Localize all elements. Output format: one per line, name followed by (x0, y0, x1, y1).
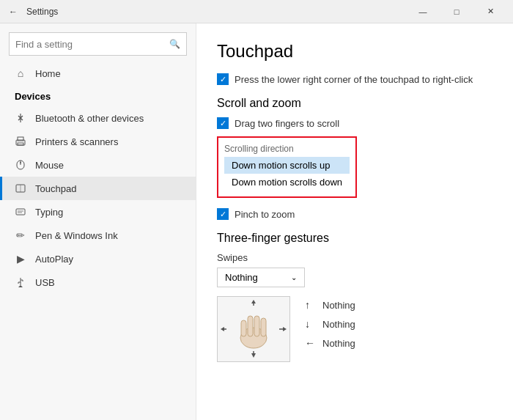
scroll-option-down[interactable]: Down motion scrolls down (224, 174, 350, 191)
sidebar-item-usb[interactable]: USB (0, 270, 196, 294)
svg-marker-22 (221, 327, 224, 331)
right-click-label: Press the lower right corner of the touc… (235, 74, 473, 85)
gesture-labels: ↑ Nothing ↓ Nothing ← Nothing (305, 296, 355, 349)
sidebar-label-touchpad: Touchpad (35, 183, 76, 194)
gesture-label-left: Nothing (322, 338, 355, 349)
touchpad-icon (15, 183, 26, 194)
sidebar-label-pen: Pen & Windows Ink (35, 230, 118, 241)
sidebar-label-home: Home (35, 68, 61, 79)
sidebar-item-printers[interactable]: Printers & scanners (0, 130, 196, 153)
window-controls: — □ ✕ (406, 0, 507, 23)
swipes-dropdown[interactable]: Nothing ⌄ (217, 268, 305, 287)
typing-icon (15, 206, 26, 218)
sidebar-label-autoplay: AutoPlay (35, 254, 73, 265)
main-content: Touchpad Press the lower right corner of… (196, 23, 513, 420)
arrow-up-icon: ↑ (305, 299, 317, 311)
sidebar-label-mouse: Mouse (35, 160, 64, 171)
svg-rect-28 (254, 316, 259, 336)
pinch-to-zoom-label: Pinch to zoom (235, 209, 295, 220)
usb-icon (15, 276, 26, 288)
search-icon: 🔍 (169, 39, 180, 49)
gesture-label-down: Nothing (322, 319, 355, 330)
title-bar: ← Settings — □ ✕ (0, 0, 513, 23)
swipes-value: Nothing (225, 272, 258, 283)
title-bar-title: Settings (26, 7, 58, 17)
scrolling-direction-label: Scrolling direction (224, 144, 350, 154)
svg-rect-29 (261, 318, 266, 336)
scroll-zoom-title: Scroll and zoom (217, 97, 492, 110)
svg-marker-18 (251, 300, 256, 303)
sidebar-label-usb: USB (35, 277, 55, 288)
svg-marker-20 (251, 353, 256, 358)
three-finger-title: Three-finger gestures (217, 232, 492, 245)
scroll-option-up[interactable]: Down motion scrolls up (224, 157, 350, 174)
search-box[interactable]: 🔍 (9, 32, 187, 56)
sidebar: 🔍 ⌂ Home Devices Bluetooth & other devic… (0, 23, 196, 420)
gesture-area: ↑ Nothing ↓ Nothing ← Nothing (217, 296, 492, 362)
close-button[interactable]: ✕ (473, 0, 507, 23)
sidebar-label-typing: Typing (35, 207, 63, 218)
svg-point-5 (20, 162, 21, 163)
maximize-button[interactable]: □ (440, 0, 473, 23)
drag-two-fingers-label: Drag two fingers to scroll (235, 118, 339, 129)
app-container: 🔍 ⌂ Home Devices Bluetooth & other devic… (0, 23, 513, 420)
search-input[interactable] (15, 39, 169, 50)
pen-icon: ✏ (15, 229, 26, 241)
sidebar-item-touchpad[interactable]: Touchpad (0, 177, 196, 200)
gesture-row-up: ↑ Nothing (305, 299, 355, 311)
gesture-image (217, 296, 290, 362)
autoplay-icon: ▶ (15, 253, 26, 265)
svg-rect-27 (248, 316, 253, 336)
arrow-left-icon: ← (305, 337, 317, 349)
sidebar-label-bluetooth: Bluetooth & other devices (35, 113, 144, 124)
right-click-checkbox[interactable] (217, 73, 229, 85)
sidebar-label-printers: Printers & scanners (35, 136, 118, 147)
gesture-row-down: ↓ Nothing (305, 318, 355, 330)
sidebar-item-pen[interactable]: ✏ Pen & Windows Ink (0, 224, 196, 247)
svg-rect-8 (16, 209, 25, 215)
drag-two-fingers-row: Drag two fingers to scroll (217, 117, 492, 129)
sidebar-item-home[interactable]: ⌂ Home (0, 62, 196, 85)
svg-marker-24 (283, 327, 287, 331)
printer-icon (15, 136, 26, 147)
sidebar-section-title: Devices (0, 85, 196, 106)
sidebar-item-mouse[interactable]: Mouse (0, 153, 196, 177)
sidebar-item-typing[interactable]: Typing (0, 200, 196, 224)
arrow-down-icon: ↓ (305, 318, 317, 330)
svg-marker-12 (18, 285, 23, 287)
pinch-to-zoom-row: Pinch to zoom (217, 208, 492, 220)
chevron-down-icon: ⌄ (291, 273, 297, 281)
bluetooth-icon (15, 112, 26, 124)
sidebar-item-bluetooth[interactable]: Bluetooth & other devices (0, 106, 196, 130)
home-icon: ⌂ (15, 67, 26, 79)
svg-rect-2 (18, 143, 23, 145)
minimize-button[interactable]: — (406, 0, 440, 23)
drag-two-fingers-checkbox[interactable] (217, 117, 229, 129)
svg-rect-26 (241, 320, 246, 336)
back-button[interactable]: ← (6, 4, 21, 19)
swipes-label: Swipes (217, 252, 492, 263)
scrolling-direction-dropdown[interactable]: Scrolling direction Down motion scrolls … (217, 136, 357, 198)
right-click-row: Press the lower right corner of the touc… (217, 73, 492, 85)
sidebar-item-autoplay[interactable]: ▶ AutoPlay (0, 247, 196, 270)
gesture-label-up: Nothing (322, 300, 355, 311)
mouse-icon (15, 159, 26, 171)
gesture-row-left: ← Nothing (305, 337, 355, 349)
pinch-to-zoom-checkbox[interactable] (217, 208, 229, 220)
page-title: Touchpad (217, 41, 492, 62)
